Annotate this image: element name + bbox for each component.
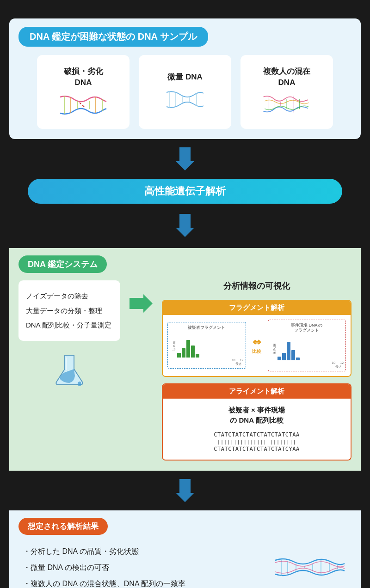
alignment-header: アライメント解析	[163, 384, 351, 399]
results-section: 想定される解析結果 分析した DNA の品質・劣化状態 微量 DNA の検出の可…	[9, 510, 361, 588]
dna-cards: 破損・劣化DNA	[18, 55, 352, 129]
chart-x-labels-right: 10 12	[270, 361, 344, 364]
arrow-down-2	[176, 214, 194, 237]
fragment-header: フラグメント解析	[163, 301, 351, 315]
arrow-down-3	[176, 479, 194, 502]
results-content: 分析した DNA の品質・劣化状態 微量 DNA の検出の可否 複数人の DNA…	[18, 543, 352, 588]
fragment-left-title: 被疑者フラグメント	[170, 325, 244, 330]
fragment-left-panel: 被疑者フラグメント データ量	[167, 322, 246, 369]
result-item-2: 微量 DNA の検出の可否	[23, 559, 185, 576]
process-item-3: DNA 配列比較・分子量測定	[26, 318, 113, 333]
bar	[182, 348, 185, 358]
bar	[282, 353, 286, 360]
svg-marker-24	[130, 294, 153, 313]
alignment-box: アライメント解析 被疑者 × 事件現場の DNA 配列比較 CTATCTATCT…	[162, 383, 352, 461]
fragment-right-title: 事件現場 DNA のフラグメント	[270, 323, 344, 333]
bar	[287, 342, 290, 360]
x-axis-label-right: 長さ	[270, 364, 344, 369]
analysis-bar: 高性能遺伝子解析	[28, 179, 342, 204]
pipes: ||||||||||||||||||||||||	[168, 439, 345, 444]
chart-bars-left	[177, 334, 242, 358]
svg-line-7	[80, 103, 81, 104]
alignment-content: 被疑者 × 事件現場の DNA 配列比較 CTATCTATCTATCTATCTA…	[163, 399, 351, 460]
compare-label: 比較	[252, 348, 261, 355]
fragment-left-chart: データ量	[170, 332, 244, 358]
svg-marker-21	[176, 214, 194, 237]
y-label-left: データ量	[172, 346, 176, 354]
top-section: DNA 鑑定が困難な状態の DNA サンプル 破損・劣化DNA	[9, 18, 361, 139]
svg-marker-25	[176, 479, 194, 502]
bar	[191, 346, 195, 358]
bar	[291, 350, 295, 360]
card-mixed-dna: 複数人の混在DNA	[240, 55, 333, 129]
x-axis-label-left: 長さ	[170, 362, 244, 366]
chart-bars-right	[278, 337, 342, 360]
process-item-1: ノイズデータの除去	[26, 289, 113, 303]
fragment-content: 被疑者フラグメント データ量	[163, 315, 351, 376]
system-content: ノイズデータの除去 大量データの分類・整理 DNA 配列比較・分子量測定	[18, 280, 352, 461]
result-item-3: 複数人の DNA の混合状態、DNA 配列の一致率	[23, 576, 185, 588]
system-left: ノイズデータの除去 大量データの分類・整理 DNA 配列比較・分子量測定	[18, 280, 120, 390]
process-list-box: ノイズデータの除去 大量データの分類・整理 DNA 配列比較・分子量測定	[18, 280, 120, 341]
seq1: CTATCTATCTATCTATCTATCTAA	[168, 430, 345, 439]
chart-x-labels-left: 10 12	[170, 358, 244, 362]
fragment-right-panel: 事件現場 DNA のフラグメント データ量	[268, 320, 346, 371]
result-item-1: 分析した DNA の品質・劣化状態	[23, 543, 185, 559]
bar	[296, 358, 300, 360]
bar	[278, 357, 281, 360]
system-title-wrapper: DNA 鑑定システム	[18, 255, 352, 280]
card-trace-dna: 微量 DNA	[139, 55, 231, 129]
results-list: 分析した DNA の品質・劣化状態 微量 DNA の検出の可否 複数人の DNA…	[23, 543, 185, 588]
bar	[186, 340, 190, 358]
results-title-wrapper: 想定される解析結果	[18, 518, 352, 543]
damaged-dna-icon	[58, 92, 109, 118]
seq2: CTATCTATCTATCTATCTATCYAA	[168, 445, 345, 453]
visualization-title: 分析情報の可視化	[162, 280, 352, 291]
svg-marker-20	[176, 147, 194, 170]
system-right: 分析情報の可視化 フラグメント解析 被疑者フラグメント データ量	[162, 280, 352, 461]
fragment-box: フラグメント解析 被疑者フラグメント データ量	[162, 300, 352, 377]
svg-line-8	[82, 105, 84, 107]
bar	[196, 354, 199, 358]
card-damaged-dna: 破損・劣化DNA	[37, 55, 130, 129]
bar	[177, 353, 181, 358]
top-title: DNA 鑑定が困難な状態の DNA サンプル	[18, 27, 352, 55]
y-label-right: データ量	[272, 349, 277, 357]
fragment-right-chart: データ量	[270, 335, 344, 360]
mixed-dna-icon	[261, 92, 312, 118]
svg-point-23	[78, 382, 81, 386]
trace-dna-icon	[160, 87, 210, 112]
compare-arrow-icon: ⇔	[253, 336, 261, 348]
arrow-down-1	[176, 147, 194, 170]
compare-section: ⇔ 比較	[249, 336, 265, 355]
flask-container	[18, 348, 120, 390]
arrow-right	[130, 294, 153, 313]
system-section: DNA 鑑定システム ノイズデータの除去 大量データの分類・整理 DNA 配列比…	[9, 248, 361, 471]
alignment-title: 被疑者 × 事件現場の DNA 配列比較	[168, 405, 345, 426]
flask-icon	[51, 351, 88, 388]
result-dna-icon	[273, 553, 347, 581]
process-item-2: 大量データの分類・整理	[26, 303, 113, 318]
